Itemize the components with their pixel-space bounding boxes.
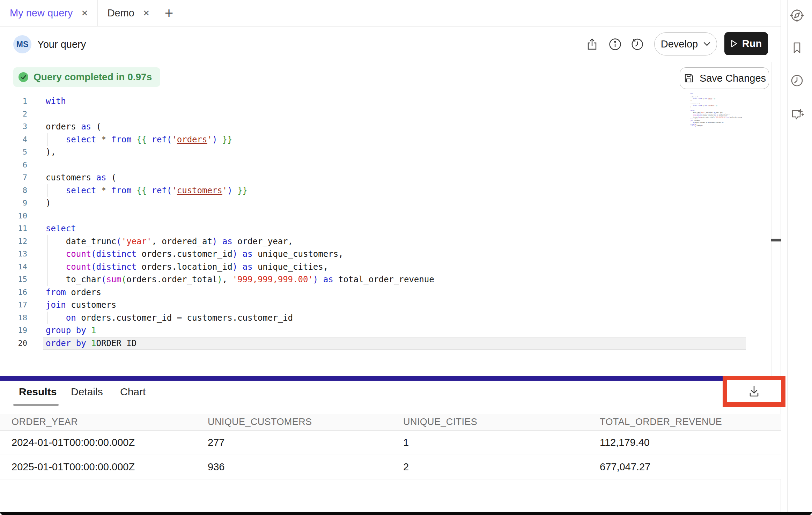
close-icon[interactable]: ✕ [81, 9, 88, 17]
column-header: UNIQUE_CUSTOMERS [208, 417, 403, 427]
code-token: distinct [697, 115, 702, 117]
save-icon [683, 72, 695, 84]
code-line-4: select * from {{ ref('orders') }} [43, 133, 746, 146]
save-changes-button[interactable]: Save Changes [680, 67, 769, 89]
code-token: customers [691, 103, 697, 105]
avatar: MS [13, 35, 31, 53]
table-cell: 677,047.27 [600, 461, 781, 473]
code-token: select [66, 135, 96, 144]
column-header: TOTAL_ORDER_REVENUE [600, 417, 781, 427]
info-icon[interactable] [608, 37, 622, 51]
line-number: 5 [0, 146, 27, 159]
status-badge: Query completed in 0.97s [13, 67, 160, 87]
code-token [691, 113, 693, 115]
code-token: ( [696, 96, 698, 98]
compass-icon[interactable] [790, 8, 804, 23]
code-token: orders [66, 288, 101, 297]
code-token: order_year, [232, 237, 293, 246]
code-token: from [46, 288, 66, 297]
ref-link[interactable]: customers [177, 186, 222, 195]
code-token: total_order_revenue [729, 117, 742, 118]
code-token [691, 115, 693, 117]
code-line-15: to_char(sum(orders.order_total), '999,99… [43, 273, 746, 286]
code-token: }} [222, 135, 232, 144]
tab-results[interactable]: Results [19, 386, 57, 398]
panel-resize-divider[interactable] [0, 376, 781, 381]
line-number: 19 [0, 324, 27, 337]
tab-demo[interactable]: Demo✕ [98, 0, 159, 26]
ref-link[interactable]: orders [708, 98, 712, 99]
code-token: ( [121, 275, 126, 284]
download-results-button[interactable] [746, 383, 762, 400]
new-tab-button[interactable]: + [159, 0, 179, 26]
code-token [318, 275, 323, 284]
code-token: select [46, 224, 76, 233]
page-title: Your query [37, 27, 86, 62]
code-line-13: count(distinct orders.customer_id) as un… [43, 248, 746, 261]
ref-link[interactable]: customers [708, 105, 714, 106]
save-changes-label: Save Changes [700, 73, 766, 84]
code-token: orders.customer_id [136, 249, 232, 259]
editor-minimap[interactable]: with orders as ( select * from {{ ref('o… [691, 93, 750, 127]
code-token: from [111, 135, 132, 144]
code-token: 1 [91, 326, 96, 335]
line-number: 17 [0, 299, 27, 312]
code-token: group by [46, 326, 86, 335]
editor-line-numbers: 1234567891011121314151617181920 [0, 95, 27, 350]
history-icon[interactable] [630, 37, 644, 51]
code-line-2 [43, 108, 746, 121]
develop-button[interactable]: Develop [654, 32, 717, 55]
code-token: 'year' [121, 237, 152, 246]
code-token: ref [152, 186, 167, 195]
code-token: ' [172, 186, 177, 195]
tab-my-new-query[interactable]: My new query✕ [0, 0, 98, 26]
code-token: ( [699, 103, 700, 105]
play-icon [731, 39, 738, 48]
code-token: orders.order_total [701, 117, 714, 118]
code-token: order by [46, 338, 86, 348]
code-line-11: select [43, 222, 746, 235]
code-token [46, 186, 66, 195]
code-token: ), [691, 100, 692, 101]
code-editor[interactable]: with orders as ( select * from {{ ref('o… [43, 95, 746, 350]
ai-chat-icon[interactable] [790, 107, 804, 121]
scrollbar-handle[interactable] [771, 239, 781, 241]
table-cell: 936 [208, 461, 403, 473]
code-token: ( [116, 237, 121, 246]
close-icon[interactable]: ✕ [143, 9, 150, 17]
code-token: ' [222, 186, 227, 195]
share-icon[interactable] [585, 37, 599, 51]
code-token: orders.order_total [126, 275, 217, 284]
code-line-17: join customers [43, 299, 746, 312]
code-token: '999,999,999.00' [232, 275, 313, 284]
code-token: as [81, 122, 91, 132]
tab-details[interactable]: Details [71, 386, 103, 398]
ref-link[interactable]: orders [177, 135, 207, 144]
develop-button-label: Develop [661, 38, 698, 50]
code-token: join [46, 300, 66, 310]
code-token: from [111, 186, 132, 195]
code-token: count [693, 113, 697, 115]
run-button[interactable]: Run [724, 32, 768, 55]
code-token: {{ [136, 186, 147, 195]
code-token [237, 249, 242, 259]
code-token: ref [152, 135, 167, 144]
line-number: 2 [0, 108, 27, 121]
code-token: date_trunc [691, 112, 700, 113]
code-line-19: group by 1 [43, 324, 746, 337]
code-token: order_year, [715, 112, 723, 113]
clock-icon[interactable] [790, 73, 804, 88]
code-token: as [222, 237, 232, 246]
run-button-label: Run [742, 38, 762, 50]
code-token: total_order_revenue [333, 275, 434, 284]
bookmark-icon[interactable] [790, 40, 804, 55]
code-token: customers [46, 173, 96, 182]
code-token: from [691, 118, 693, 120]
code-token: ) [232, 249, 237, 259]
code-token: * [101, 135, 106, 144]
code-token: on [66, 313, 76, 323]
code-token: orders.customer_id = customers.customer_… [695, 122, 724, 123]
code-token: sum [106, 275, 121, 284]
code-token: customers [66, 300, 117, 310]
tab-chart[interactable]: Chart [120, 386, 146, 398]
